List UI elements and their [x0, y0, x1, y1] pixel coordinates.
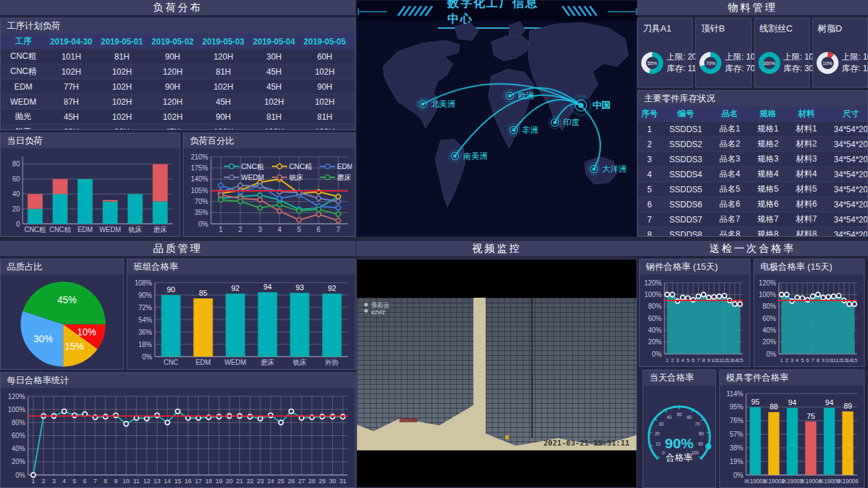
today-load-chart: 020406080CNC粗CNC精EDMWEDM铣床磨床: [3, 151, 177, 235]
svg-text:1: 1: [219, 226, 223, 233]
table-cell: 120H: [198, 125, 249, 130]
svg-text:75: 75: [806, 412, 815, 420]
table-cell: [350, 49, 355, 64]
svg-text:23: 23: [257, 478, 264, 485]
mold-parts-pass-rate-chart: 0%19%38%57%76%95%114%IK19001IK19002IK190…: [723, 388, 861, 486]
table-cell: 45H: [249, 79, 299, 94]
electrode-pass-rate-header: 电极合格率 (15天): [754, 259, 864, 274]
svg-text:4: 4: [795, 357, 799, 363]
svg-text:45%: 45%: [58, 294, 77, 305]
svg-text:铣床: 铣床: [128, 226, 142, 233]
section-title-material: 物料管理: [637, 0, 868, 15]
svg-text:89: 89: [843, 402, 852, 410]
table-cell: 1: [638, 122, 661, 137]
svg-text:15: 15: [737, 357, 743, 363]
table-cell: SSDDS2: [661, 137, 710, 152]
section-title-inspection-text: 送检一次合格率: [710, 242, 796, 255]
svg-text:60%: 60%: [648, 315, 662, 322]
svg-text:90: 90: [698, 441, 704, 446]
table-cell: SSDDS7: [661, 212, 710, 227]
section-title-quality: 品质管理: [0, 241, 356, 256]
svg-text:外协: 外协: [325, 359, 339, 366]
table-cell: 102H: [46, 64, 97, 79]
svg-text:4: 4: [681, 357, 684, 363]
svg-text:40%: 40%: [648, 326, 662, 334]
stock-percent: 300%: [763, 61, 776, 66]
stock-qty: 库存: 10: [842, 63, 868, 75]
table-cell: 34*54*20: [826, 152, 867, 167]
table-cell: 品名5: [710, 182, 749, 197]
column-header: 材料: [787, 106, 826, 122]
svg-text:CNC精: CNC精: [289, 162, 312, 170]
building-seam: [531, 298, 533, 438]
svg-text:南美洲: 南美洲: [463, 151, 488, 161]
today-pass-rate-panel: 当天合格率 010203040506070809010090%合格率: [643, 370, 716, 488]
parts-inventory-table[interactable]: 序号编号品名规格材料尺寸目1SSDDS1品名1规格1材料134*54*202SS…: [638, 106, 867, 236]
svg-text:72%: 72%: [138, 304, 152, 311]
table-cell: 120H: [249, 125, 299, 130]
table-cell: 规格4: [749, 167, 787, 182]
svg-text:140%: 140%: [190, 175, 208, 183]
svg-text:CNC: CNC: [164, 359, 179, 366]
svg-text:28: 28: [308, 478, 315, 485]
table-cell: 102H: [147, 110, 198, 125]
svg-text:70: 70: [695, 422, 700, 426]
svg-text:14: 14: [164, 478, 171, 485]
section-title-material-text: 物料管理: [728, 1, 778, 14]
svg-text:80%: 80%: [648, 303, 662, 310]
svg-text:100%: 100%: [644, 291, 662, 298]
table-cell: 87H: [46, 94, 97, 110]
svg-text:17: 17: [195, 478, 202, 485]
svg-text:20: 20: [655, 431, 660, 436]
table-row: 2SSDDS2品名2规格2材料234*54*20: [638, 137, 867, 152]
table-cell: 规格8: [749, 227, 787, 237]
table-cell: 3: [638, 152, 661, 167]
svg-text:1: 1: [780, 357, 784, 363]
svg-text:0%: 0%: [142, 353, 153, 361]
svg-text:20: 20: [12, 205, 21, 213]
daily-pass-rate-panel: 每日合格率统计 0%20%40%60%80%100%120%1234567891…: [0, 372, 356, 488]
svg-text:大洋洲: 大洋洲: [602, 164, 627, 174]
svg-text:6: 6: [83, 478, 86, 485]
svg-text:22: 22: [247, 478, 253, 485]
table-row: 抛光45H102H102H90H81H81H: [1, 110, 355, 125]
svg-text:20%: 20%: [762, 338, 776, 346]
svg-text:中国: 中国: [593, 100, 610, 110]
table-cell: 规格6: [749, 197, 787, 212]
svg-text:CNC粗: CNC粗: [241, 162, 264, 170]
table-cell: [350, 125, 355, 130]
material-name: 顶针B: [696, 18, 750, 35]
process-plan-load-table[interactable]: 工序2019-04-302019-05-012019-05-022019-05-…: [1, 34, 355, 129]
svg-text:60%: 60%: [762, 315, 776, 322]
svg-text:2: 2: [42, 478, 45, 485]
svg-text:0: 0: [662, 450, 665, 455]
table-cell: 102H: [97, 110, 147, 125]
table-cell: SSDDS3: [661, 152, 710, 167]
section-title-video: 视频监控: [356, 241, 637, 256]
svg-text:7: 7: [811, 357, 815, 363]
svg-text:18%: 18%: [138, 341, 152, 348]
table-row: 7SSDDS7品名7规格7材料734*54*20: [638, 212, 867, 227]
table-row: 4SSDDS4品名4规格4材料434*54*20: [638, 167, 867, 182]
mold-parts-pass-rate-panel: 模具零件合格率 0%19%38%57%76%95%114%IK19001IK19…: [719, 370, 865, 488]
material-card: 树脂D10%上限: 100库存: 10: [813, 18, 868, 88]
section-title-quality-text: 品质管理: [153, 242, 203, 255]
svg-text:40: 40: [12, 190, 21, 198]
table-cell: [350, 110, 355, 125]
table-cell: 102H: [299, 64, 350, 79]
svg-text:8: 8: [103, 478, 107, 485]
svg-text:EDM: EDM: [337, 162, 352, 170]
table-cell: 45H: [147, 125, 198, 130]
table-cell: 34*54*20: [826, 137, 867, 152]
svg-text:108%: 108%: [134, 279, 152, 287]
table-cell: 90H: [198, 110, 249, 125]
team-pass-rate-chart: 0%18%36%54%72%90%108%CNCEDMWEDM磨床铣床外协908…: [130, 277, 352, 368]
svg-text:铣床: 铣床: [288, 173, 303, 181]
svg-text:1: 1: [32, 478, 35, 485]
svg-text:30: 30: [658, 422, 664, 426]
column-header: 2019-05-03: [198, 34, 249, 49]
table-cell: 规格5: [749, 182, 787, 197]
table-cell: 102H: [198, 79, 249, 94]
table-row: CNC精102H102H120H81H45H102H: [1, 64, 355, 79]
svg-text:10%: 10%: [77, 326, 96, 337]
